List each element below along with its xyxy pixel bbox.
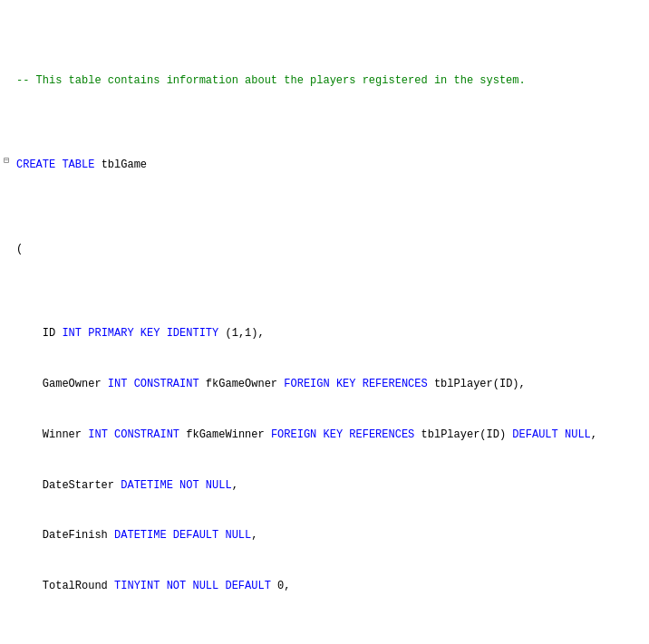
line-game-field-6: TotalRound TINYINT NOT NULL DEFAULT 0, — [0, 578, 649, 595]
line-game-field-1: ID INT PRIMARY KEY IDENTITY (1,1), — [0, 325, 649, 342]
line-game-field-5: DateFinish DATETIME DEFAULT NULL, — [0, 527, 649, 544]
code-line: CREATE TABLE tblGame — [13, 157, 649, 174]
collapse-icon[interactable]: ⊟ — [4, 157, 9, 166]
line-brace1: ( — [0, 241, 649, 258]
line-comment1: -- This table contains information about… — [0, 72, 649, 90]
line-game-field-2: GameOwner INT CONSTRAINT fkGameOwner FOR… — [0, 376, 649, 393]
code-line: ( — [13, 241, 649, 258]
line-game-field-3: Winner INT CONSTRAINT fkGameWinner FOREI… — [0, 427, 649, 444]
line-create-game: ⊟ CREATE TABLE tblGame — [0, 157, 649, 174]
code-line: GameOwner INT CONSTRAINT fkGameOwner FOR… — [13, 376, 649, 393]
gutter-collapse[interactable]: ⊟ — [0, 157, 13, 166]
code-line: -- This table contains information about… — [13, 72, 649, 90]
code-line: TotalRound TINYINT NOT NULL DEFAULT 0, — [13, 578, 649, 595]
code-line: Winner INT CONSTRAINT fkGameWinner FOREI… — [13, 427, 649, 444]
code-line: DateStarter DATETIME NOT NULL, — [13, 477, 649, 495]
line-game-field-4: DateStarter DATETIME NOT NULL, — [0, 477, 649, 495]
code-line: DateFinish DATETIME DEFAULT NULL, — [13, 527, 649, 544]
code-editor: -- This table contains information about… — [0, 0, 649, 644]
code-line: ID INT PRIMARY KEY IDENTITY (1,1), — [13, 325, 649, 342]
